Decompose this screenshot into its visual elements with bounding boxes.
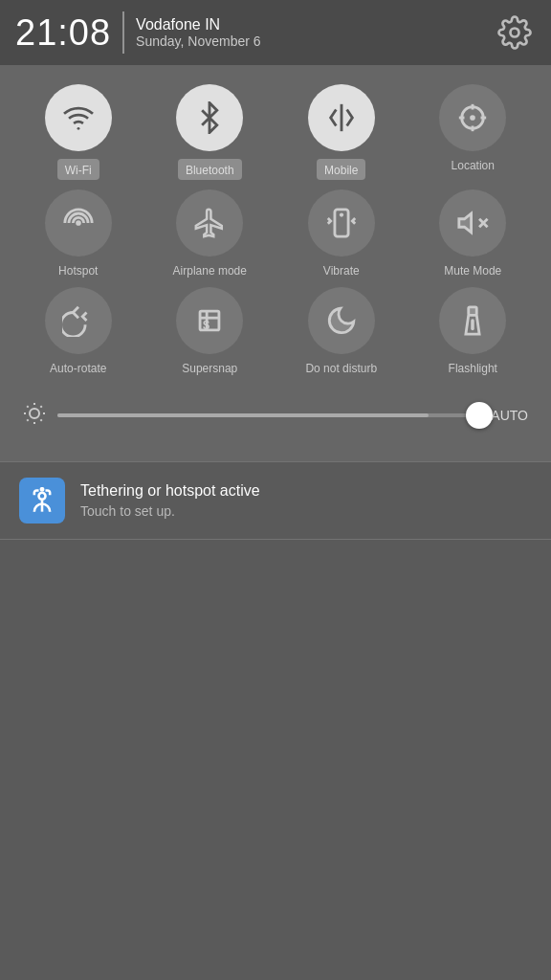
carrier-info: Vodafone IN Sunday, November 6 (136, 16, 260, 49)
mute-circle (439, 189, 506, 256)
autorotate-circle (45, 287, 112, 354)
flashlight-toggle[interactable]: Flashlight (410, 287, 537, 375)
toggle-grid: Wi-Fi Bluetooth (15, 84, 536, 375)
mobile-label-wrap: Mobile (317, 159, 365, 180)
dnd-toggle[interactable]: Do not disturb (278, 287, 405, 375)
airplane-circle (176, 189, 243, 256)
svg-point-1 (77, 127, 79, 130)
brightness-icon (23, 402, 46, 429)
svg-line-25 (40, 420, 41, 421)
bluetooth-label: Bluetooth (186, 164, 234, 177)
tethering-icon-wrap (19, 478, 65, 523)
vibrate-circle (308, 189, 375, 256)
brightness-fill (57, 413, 429, 417)
mobile-label: Mobile (324, 164, 358, 177)
flashlight-circle (439, 287, 506, 354)
supersnap-toggle[interactable]: $ Supersnap (147, 287, 274, 375)
supersnap-label: Supersnap (182, 362, 237, 375)
bluetooth-toggle[interactable]: Bluetooth (147, 84, 274, 180)
location-circle (439, 84, 506, 151)
bluetooth-label-wrap: Bluetooth (178, 159, 242, 180)
wifi-label-wrap: Wi-Fi (57, 159, 99, 180)
settings-icon[interactable] (497, 15, 532, 50)
dnd-label: Do not disturb (305, 362, 377, 375)
mute-label: Mute Mode (444, 264, 501, 278)
svg-point-21 (30, 409, 39, 418)
mute-toggle[interactable]: Mute Mode (410, 189, 537, 278)
brightness-row: AUTO (15, 385, 536, 446)
svg-point-30 (39, 493, 46, 500)
mobile-circle (308, 84, 375, 151)
hotspot-circle (45, 189, 112, 256)
svg-point-0 (511, 29, 519, 37)
svg-point-9 (76, 220, 81, 226)
supersnap-circle: $ (176, 287, 243, 354)
wifi-toggle[interactable]: Wi-Fi (15, 84, 142, 180)
svg-point-31 (41, 489, 43, 491)
hotspot-label: Hotspot (58, 264, 98, 278)
wifi-label: Wi-Fi (65, 164, 92, 177)
vibrate-label: Vibrate (323, 264, 360, 278)
status-left: 21:08 Vodafone IN Sunday, November 6 (15, 11, 261, 54)
airplane-toggle[interactable]: Airplane mode (147, 189, 274, 278)
svg-text:$: $ (203, 318, 209, 332)
quick-settings-panel: Wi-Fi Bluetooth (0, 65, 551, 461)
airplane-label: Airplane mode (173, 264, 247, 278)
svg-line-29 (40, 407, 41, 408)
autorotate-label: Auto-rotate (50, 362, 106, 375)
svg-line-28 (27, 420, 28, 421)
dnd-circle (308, 287, 375, 354)
svg-line-24 (27, 407, 28, 408)
autorotate-toggle[interactable]: Auto-rotate (15, 287, 142, 375)
date: Sunday, November 6 (136, 33, 260, 49)
brightness-slider[interactable] (57, 413, 479, 417)
hotspot-toggle[interactable]: Hotspot (15, 189, 142, 278)
flashlight-label: Flashlight (449, 362, 497, 375)
carrier-name: Vodafone IN (136, 16, 260, 33)
notification-panel: Tethering or hotspot active Touch to set… (0, 462, 551, 540)
status-divider (122, 11, 124, 54)
status-bar: 21:08 Vodafone IN Sunday, November 6 (0, 0, 551, 65)
wifi-circle (45, 84, 112, 151)
bottom-area (0, 540, 551, 731)
location-toggle[interactable]: Location (410, 84, 537, 180)
notif-title: Tethering or hotspot active (80, 482, 260, 500)
location-label: Location (452, 159, 495, 172)
auto-label: AUTO (491, 408, 528, 423)
tethering-text: Tethering or hotspot active Touch to set… (80, 482, 260, 519)
bluetooth-circle (176, 84, 243, 151)
notif-subtitle: Touch to set up. (80, 503, 260, 519)
vibrate-toggle[interactable]: Vibrate (278, 189, 405, 278)
brightness-thumb[interactable] (466, 402, 493, 429)
svg-point-4 (472, 117, 474, 120)
mobile-toggle[interactable]: Mobile (278, 84, 405, 180)
svg-marker-12 (459, 213, 472, 233)
clock: 21:08 (15, 12, 111, 54)
tethering-notification[interactable]: Tethering or hotspot active Touch to set… (0, 462, 551, 539)
svg-rect-19 (469, 307, 477, 316)
